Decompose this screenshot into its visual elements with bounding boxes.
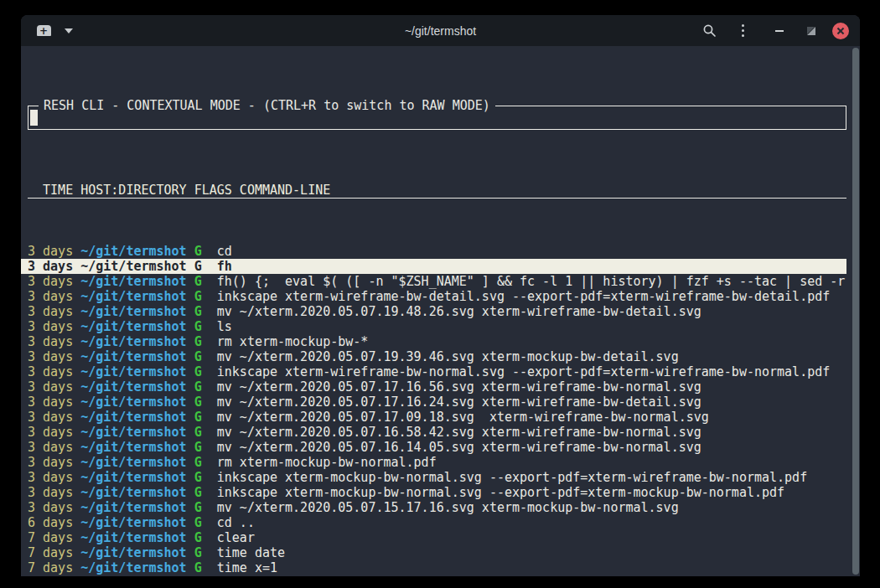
row-command: mv ~/xterm.2020.05.07.17.16.56.svg xterm… bbox=[217, 379, 701, 395]
row-flags: G bbox=[194, 410, 202, 425]
row-command: mv ~/xterm.2020.05.07.16.14.05.svg xterm… bbox=[217, 440, 701, 455]
row-host-directory: ~/git/termshot bbox=[80, 395, 186, 410]
row-host-directory: ~/git/termshot bbox=[80, 319, 186, 334]
row-command: time date bbox=[217, 545, 285, 560]
row-time: 3 days bbox=[28, 349, 73, 364]
row-time: 7 days bbox=[28, 560, 73, 575]
row-flags: G bbox=[194, 425, 202, 440]
row-time: 6 days bbox=[28, 515, 73, 530]
row-host-directory: ~/git/termshot bbox=[80, 470, 186, 485]
history-row[interactable]: 7 days ~/git/termshot G clear bbox=[28, 530, 860, 545]
row-flags: G bbox=[194, 560, 202, 575]
row-flags: G bbox=[194, 545, 202, 560]
history-row[interactable]: 3 days ~/git/termshot G mv ~/xterm.2020.… bbox=[28, 395, 860, 410]
row-host-directory: ~/git/termshot bbox=[80, 455, 186, 470]
row-command: inkscape xterm-wireframe-bw-detail.svg -… bbox=[217, 289, 831, 304]
titlebar[interactable]: ~/git/termshot bbox=[21, 15, 860, 46]
row-time: 3 days bbox=[28, 289, 73, 304]
row-time: 7 days bbox=[28, 530, 73, 545]
row-command: cd bbox=[217, 244, 232, 259]
row-host-directory: ~/git/termshot bbox=[80, 575, 186, 576]
row-command: mv ~/xterm.2020.05.07.17.16.24.svg xterm… bbox=[217, 395, 701, 410]
row-command: inkscape xterm-wireframe-bw-normal.svg -… bbox=[217, 364, 831, 379]
search-button[interactable] bbox=[698, 20, 720, 41]
row-command: fh bbox=[217, 259, 232, 274]
kebab-menu-icon bbox=[742, 24, 744, 37]
row-host-directory: ~/git/termshot bbox=[80, 364, 186, 379]
scrollbar-thumb[interactable] bbox=[852, 48, 859, 575]
terminal-screen: RESH CLI - CONTEXTUAL MODE - (CTRL+R to … bbox=[21, 46, 860, 576]
restore-button[interactable] bbox=[800, 20, 822, 41]
row-flags: G bbox=[194, 440, 202, 455]
chevron-down-icon bbox=[65, 28, 73, 34]
row-flags: G bbox=[194, 304, 202, 319]
row-host-directory: ~/git/termshot bbox=[80, 515, 186, 530]
row-host-directory: ~/git/termshot bbox=[80, 304, 186, 319]
history-row[interactable]: 3 days ~/git/termshot G fh() {; eval $( … bbox=[28, 274, 860, 289]
search-box-title: RESH CLI - CONTEXTUAL MODE - (CTRL+R to … bbox=[39, 98, 495, 113]
row-flags: G bbox=[194, 364, 202, 379]
history-row[interactable]: 3 days ~/git/termshot G rm xterm-mockup-… bbox=[28, 334, 860, 349]
row-command: rm xterm-mockup-bw-normal.pdf bbox=[217, 455, 437, 470]
row-command: clear bbox=[217, 530, 255, 545]
new-tab-dropdown-button[interactable] bbox=[58, 20, 80, 41]
history-row[interactable]: 3 days ~/git/termshot G inkscape xterm-m… bbox=[28, 470, 860, 485]
row-time: 3 days bbox=[28, 455, 73, 470]
history-row[interactable]: 3 days ~/git/termshot G rm xterm-mockup-… bbox=[28, 455, 860, 470]
row-host-directory: ~/git/termshot bbox=[80, 274, 186, 289]
history-row[interactable]: 7 days ~/git/termshot G time x=1 bbox=[28, 560, 860, 575]
menu-button[interactable] bbox=[732, 20, 753, 41]
history-row[interactable]: 3 days ~/git/termshot G mv ~/xterm.2020.… bbox=[28, 304, 860, 319]
row-command: rm xterm-mockup-bw-* bbox=[217, 334, 369, 349]
row-flags: G bbox=[194, 500, 202, 515]
row-flags: G bbox=[194, 274, 202, 289]
row-flags: G bbox=[194, 259, 202, 274]
history-row[interactable]: 3 days ~/git/termshot G inkscape xterm-m… bbox=[28, 485, 860, 500]
row-time: 3 days bbox=[28, 244, 73, 259]
history-row[interactable]: 7 days ~/git/termshot G time date bbox=[28, 545, 860, 560]
history-row[interactable]: 3 days ~/git/termshot G mv ~/xterm.2020.… bbox=[28, 425, 860, 440]
row-time: 3 days bbox=[28, 395, 73, 410]
row-command: mv ~/xterm.2020.05.07.17.09.18.svg xterm… bbox=[217, 410, 709, 425]
new-tab-icon bbox=[37, 25, 51, 36]
history-row[interactable]: 3 days ~/git/termshot G mv ~/xterm.2020.… bbox=[28, 349, 860, 364]
new-tab-button[interactable] bbox=[33, 20, 54, 41]
row-command: mv ~/xterm.2020.05.07.15.17.16.svg xterm… bbox=[217, 500, 679, 515]
row-flags: G bbox=[194, 515, 202, 530]
history-row[interactable]: 3 days ~/git/termshot G inkscape xterm-w… bbox=[28, 289, 860, 304]
close-button[interactable] bbox=[830, 20, 852, 41]
history-rows: 3 days ~/git/termshot G cd3 days ~/git/t… bbox=[28, 244, 860, 576]
history-row[interactable]: 3 days ~/git/termshot G mv ~/xterm.2020.… bbox=[28, 379, 860, 395]
row-flags: G bbox=[194, 379, 202, 395]
history-row[interactable]: 3 days ~/git/termshot G mv ~/xterm.2020.… bbox=[28, 500, 860, 515]
search-box[interactable]: RESH CLI - CONTEXTUAL MODE - (CTRL+R to … bbox=[28, 106, 846, 130]
row-host-directory: ~/git/termshot bbox=[80, 560, 186, 575]
history-row[interactable]: 7 days ~/git/termshot G time echo someth… bbox=[28, 575, 860, 576]
row-time: 3 days bbox=[28, 410, 73, 425]
row-time: 7 days bbox=[28, 545, 73, 560]
row-command: inkscape xterm-mockup-bw-normal.svg --ex… bbox=[217, 470, 807, 485]
search-icon bbox=[702, 23, 717, 38]
row-flags: G bbox=[194, 244, 202, 259]
history-row[interactable]: 3 days ~/git/termshot G inkscape xterm-w… bbox=[28, 364, 860, 379]
row-host-directory: ~/git/termshot bbox=[80, 545, 186, 560]
row-time: 3 days bbox=[28, 304, 73, 319]
minimize-button[interactable] bbox=[769, 20, 790, 41]
row-time: 3 days bbox=[28, 274, 73, 289]
row-time: 3 days bbox=[28, 500, 73, 515]
history-row[interactable]: 3 days ~/git/termshot G mv ~/xterm.2020.… bbox=[28, 440, 860, 455]
row-time: 3 days bbox=[28, 425, 73, 440]
row-time: 3 days bbox=[28, 485, 73, 500]
row-host-directory: ~/git/termshot bbox=[80, 500, 186, 515]
history-row[interactable]: 3 days ~/git/termshot G ls bbox=[28, 319, 860, 334]
history-row[interactable]: 3 days ~/git/termshot G cd bbox=[28, 244, 860, 259]
row-host-directory: ~/git/termshot bbox=[80, 289, 186, 304]
history-row-selected[interactable]: 3 days ~/git/termshot G fh bbox=[21, 259, 846, 274]
row-host-directory: ~/git/termshot bbox=[80, 530, 186, 545]
row-host-directory: ~/git/termshot bbox=[80, 244, 186, 259]
row-time: 7 days bbox=[28, 575, 73, 576]
row-command: time x=1 bbox=[217, 560, 277, 575]
history-row[interactable]: 3 days ~/git/termshot G mv ~/xterm.2020.… bbox=[28, 410, 860, 425]
history-row[interactable]: 6 days ~/git/termshot G cd .. bbox=[28, 515, 860, 530]
row-command: cd .. bbox=[217, 515, 255, 530]
